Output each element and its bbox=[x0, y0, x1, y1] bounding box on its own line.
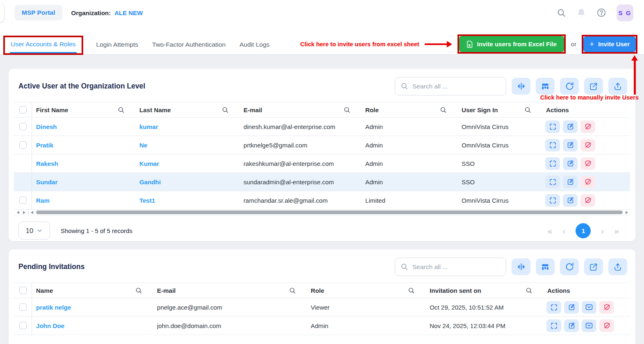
tab-login-attempts[interactable]: Login Attempts bbox=[96, 38, 139, 55]
scrollbar-thumb[interactable] bbox=[36, 210, 623, 214]
msp-portal-chip[interactable]: MSP Portal bbox=[15, 5, 62, 20]
tab-user-accounts-roles[interactable]: User Accounts & Roles bbox=[10, 37, 77, 53]
edit-icon[interactable] bbox=[563, 194, 578, 207]
envelope-icon[interactable] bbox=[582, 301, 596, 314]
block-icon[interactable] bbox=[580, 194, 595, 207]
search-icon[interactable] bbox=[556, 8, 566, 18]
fit-width-icon[interactable] bbox=[512, 78, 530, 95]
email-cell: pnelge.ace@gmail.com bbox=[153, 304, 307, 311]
edit-icon[interactable] bbox=[564, 319, 579, 332]
refresh-icon[interactable] bbox=[560, 258, 579, 275]
last-name-link[interactable]: Ne bbox=[135, 142, 239, 149]
fit-width-icon[interactable] bbox=[512, 258, 530, 275]
edit-icon[interactable] bbox=[563, 176, 578, 188]
scroll-step-buttons[interactable] bbox=[14, 210, 29, 215]
invite-user-button[interactable]: + Invite User bbox=[583, 36, 636, 52]
email-cell: rakeshkumar@al-enterprise.com bbox=[239, 160, 361, 167]
first-name-link[interactable]: Sundar bbox=[32, 179, 135, 186]
block-icon[interactable] bbox=[599, 301, 614, 314]
column-invitation-sent-on[interactable]: Invitation sent on bbox=[426, 287, 543, 294]
prev-page-button[interactable]: ‹ bbox=[562, 226, 565, 235]
role-cell: Admin bbox=[361, 142, 457, 149]
envelope-icon[interactable] bbox=[582, 319, 596, 332]
invite-users-excel-button[interactable]: Invite users from Excel File bbox=[459, 36, 564, 52]
current-page-button[interactable]: 1 bbox=[576, 223, 591, 238]
block-icon[interactable] bbox=[599, 319, 614, 332]
last-name-link[interactable]: kumar bbox=[135, 123, 239, 130]
name-link[interactable]: pratik nelge bbox=[32, 304, 153, 311]
expand-icon[interactable] bbox=[545, 120, 560, 133]
column-search-icon bbox=[289, 287, 296, 294]
columns-icon[interactable] bbox=[536, 78, 555, 95]
active-users-search bbox=[395, 77, 506, 95]
row-checkbox[interactable] bbox=[19, 303, 27, 311]
select-all-checkbox[interactable] bbox=[19, 106, 27, 113]
columns-icon[interactable] bbox=[536, 258, 555, 275]
block-icon[interactable] bbox=[580, 139, 595, 152]
expand-icon[interactable] bbox=[545, 139, 560, 152]
email-cell: ramchandar.sr.ale@gmail.com bbox=[239, 197, 361, 204]
user-avatar[interactable]: S G bbox=[617, 5, 633, 21]
row-checkbox[interactable] bbox=[19, 123, 27, 130]
select-all-cell bbox=[14, 102, 32, 117]
column-role[interactable]: Role bbox=[361, 106, 457, 113]
tabs: User Accounts & Roles Login Attempts Two… bbox=[3, 36, 271, 55]
block-icon[interactable] bbox=[580, 176, 595, 188]
tab-audit-logs[interactable]: Audit Logs bbox=[239, 38, 270, 55]
active-users-search-input[interactable] bbox=[412, 83, 501, 90]
pending-invitations-search-input[interactable] bbox=[412, 263, 501, 271]
role-cell: Admin bbox=[361, 160, 457, 167]
column-email[interactable]: E-mail bbox=[153, 287, 307, 294]
name-link[interactable]: John Doe bbox=[32, 322, 153, 329]
first-name-link[interactable]: Rakesh bbox=[32, 160, 135, 167]
edit-icon[interactable] bbox=[564, 301, 579, 314]
tab-two-factor-authentication[interactable]: Two-Factor Authentication bbox=[151, 38, 226, 55]
block-icon[interactable] bbox=[580, 120, 595, 133]
pending-invitations-table-header: Name E-mail Role Invitation sent on Acti… bbox=[14, 283, 630, 298]
expand-icon[interactable] bbox=[546, 301, 561, 314]
open-external-icon[interactable] bbox=[584, 78, 603, 95]
bell-icon[interactable] bbox=[576, 8, 586, 18]
organization-name-link[interactable]: ALE NEW bbox=[114, 9, 143, 16]
first-name-link[interactable]: Dinesh bbox=[32, 123, 135, 130]
edit-icon[interactable] bbox=[563, 139, 578, 152]
first-name-link[interactable]: Pratik bbox=[32, 142, 135, 149]
last-name-link[interactable]: Gandhi bbox=[135, 179, 239, 186]
last-name-link[interactable]: Test1 bbox=[135, 197, 239, 204]
help-icon[interactable] bbox=[596, 8, 606, 18]
row-checkbox[interactable] bbox=[19, 141, 27, 149]
expand-icon[interactable] bbox=[545, 176, 560, 188]
edit-icon[interactable] bbox=[563, 157, 578, 170]
column-email[interactable]: E-mail bbox=[239, 106, 361, 113]
upload-icon[interactable] bbox=[608, 78, 627, 95]
row-checkbox[interactable] bbox=[19, 197, 27, 204]
page-size-select[interactable]: 10 bbox=[18, 222, 50, 240]
first-name-link[interactable]: Ram bbox=[32, 197, 135, 204]
refresh-icon[interactable] bbox=[560, 78, 579, 95]
scrollbar-track[interactable] bbox=[29, 210, 630, 214]
row-checkbox[interactable] bbox=[19, 322, 27, 329]
active-users-table-header: First Name Last Name E-mail Role User Si… bbox=[14, 102, 630, 118]
expand-icon[interactable] bbox=[545, 194, 560, 207]
expand-icon[interactable] bbox=[546, 319, 561, 332]
or-label: or bbox=[571, 41, 576, 48]
last-name-link[interactable]: Kumar bbox=[135, 160, 239, 167]
edit-icon[interactable] bbox=[563, 120, 578, 133]
column-role[interactable]: Role bbox=[307, 287, 426, 294]
column-name[interactable]: Name bbox=[32, 287, 153, 294]
last-page-button[interactable]: » bbox=[614, 226, 619, 235]
table-row: John Doe john.doe@domain.com Admin Nov 2… bbox=[14, 317, 630, 335]
role-cell: Admin bbox=[307, 322, 426, 329]
expand-icon[interactable] bbox=[545, 157, 560, 170]
open-external-icon[interactable] bbox=[584, 258, 603, 275]
upload-icon[interactable] bbox=[608, 258, 627, 275]
select-all-checkbox[interactable] bbox=[19, 287, 27, 294]
column-last-name[interactable]: Last Name bbox=[135, 106, 239, 113]
first-page-button[interactable]: « bbox=[548, 226, 553, 235]
block-icon[interactable] bbox=[580, 157, 595, 170]
next-page-button[interactable]: › bbox=[601, 226, 604, 235]
column-user-sign-in[interactable]: User Sign In bbox=[457, 106, 542, 113]
sidebar-edge-handle[interactable] bbox=[0, 3, 4, 22]
main-tab-bar: User Accounts & Roles Login Attempts Two… bbox=[0, 25, 644, 54]
column-first-name[interactable]: First Name bbox=[32, 106, 135, 113]
